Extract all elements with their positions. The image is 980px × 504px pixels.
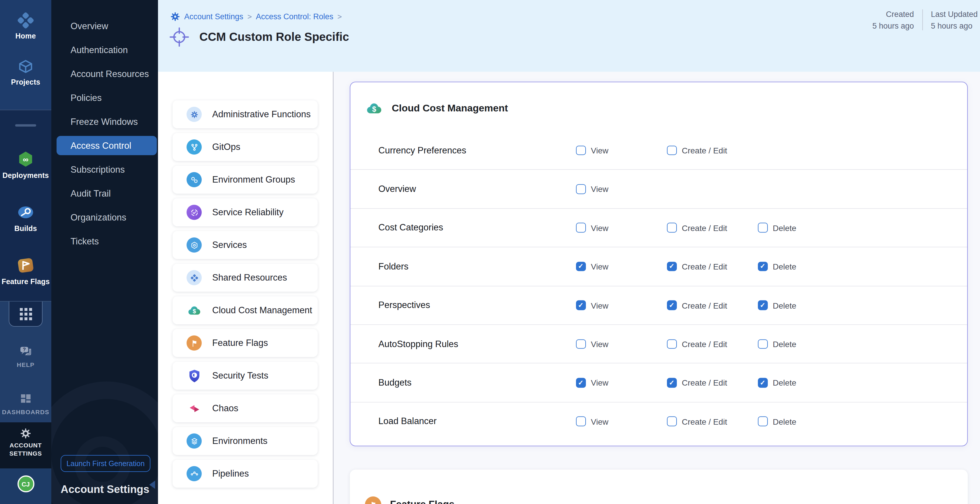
rail-item-dashboards[interactable]: DASHBOARDS: [0, 391, 51, 415]
checkbox-budgets-view[interactable]: [576, 378, 585, 388]
security-tests-icon: [186, 368, 202, 383]
sidebar-item-policies[interactable]: Policies: [51, 86, 158, 110]
module-selector-button[interactable]: [9, 301, 43, 327]
category-card-service-reliability[interactable]: Service Reliability: [173, 198, 318, 226]
home-icon: [17, 12, 34, 29]
checkbox-load-balancer-view[interactable]: [576, 416, 585, 426]
checkbox-autostopping-rules-view[interactable]: [576, 339, 585, 349]
checkbox-perspectives-create-edit[interactable]: [667, 300, 676, 310]
rail-item-builds[interactable]: Builds: [0, 203, 51, 233]
rail-item-deployments[interactable]: ∞Deployments: [0, 150, 51, 179]
rail-account-settings[interactable]: ACCOUNT SETTINGS: [0, 422, 51, 469]
checkbox-budgets-delete[interactable]: [758, 378, 767, 388]
permission-label: View: [591, 223, 608, 233]
permission-cost-categories-delete[interactable]: Delete: [758, 223, 796, 233]
checkbox-autostopping-rules-delete[interactable]: [758, 339, 767, 349]
svg-text:$: $: [372, 105, 376, 113]
checkbox-load-balancer-create-edit[interactable]: [667, 416, 676, 426]
rail-item-label: Builds: [14, 224, 37, 233]
category-card-services[interactable]: Services: [173, 231, 318, 259]
role-target-icon: [169, 27, 189, 47]
checkbox-currency-preferences-view[interactable]: [576, 145, 585, 155]
breadcrumb-access-control-roles[interactable]: Access Control: Roles: [256, 12, 334, 21]
sidebar-item-audit-trail[interactable]: Audit Trail: [51, 182, 158, 205]
launch-first-generation-button[interactable]: Launch First Generation: [60, 455, 150, 472]
checkbox-cost-categories-delete[interactable]: [758, 223, 767, 233]
avatar[interactable]: CJ: [17, 475, 34, 492]
permission-autostopping-rules-create-edit[interactable]: Create / Edit: [667, 339, 727, 349]
checkbox-overview-view[interactable]: [576, 184, 585, 194]
permission-currency-preferences-view[interactable]: View: [576, 145, 608, 155]
permission-cost-categories-view[interactable]: View: [576, 223, 608, 233]
rail-item-home[interactable]: Home: [0, 12, 51, 40]
checkbox-budgets-create-edit[interactable]: [667, 378, 676, 388]
checkbox-perspectives-delete[interactable]: [758, 300, 767, 310]
sidebar-item-subscriptions[interactable]: Subscriptions: [51, 158, 158, 182]
sidebar-item-organizations[interactable]: Organizations: [51, 205, 158, 229]
category-card-pipelines[interactable]: Pipelines: [173, 460, 318, 488]
sidebar-item-authentication[interactable]: Authentication: [51, 38, 158, 62]
sidebar-item-overview[interactable]: Overview: [51, 14, 158, 38]
projects-icon: [17, 58, 34, 75]
permission-overview-view[interactable]: View: [576, 184, 608, 194]
permission-currency-preferences-create-edit[interactable]: Create / Edit: [667, 145, 727, 155]
category-label: Pipelines: [212, 469, 249, 479]
checkbox-folders-view[interactable]: [576, 262, 585, 271]
checkbox-folders-create-edit[interactable]: [667, 262, 676, 271]
permission-load-balancer-delete[interactable]: Delete: [758, 416, 796, 426]
checkbox-folders-delete[interactable]: [758, 262, 767, 271]
category-card-security-tests[interactable]: Security Tests: [173, 362, 318, 390]
permission-perspectives-delete[interactable]: Delete: [758, 300, 796, 310]
permissions-panel-header: $ Cloud Cost Management: [350, 82, 967, 117]
permission-load-balancer-create-edit[interactable]: Create / Edit: [667, 416, 727, 426]
collapse-sidebar-icon[interactable]: [149, 481, 155, 489]
breadcrumb-separator: >: [337, 12, 342, 21]
sidebar-item-account-resources[interactable]: Account Resources: [51, 62, 158, 86]
permission-perspectives-create-edit[interactable]: Create / Edit: [667, 300, 727, 310]
sidebar-item-tickets[interactable]: Tickets: [51, 229, 158, 253]
category-card-cloud-cost-management[interactable]: $Cloud Cost Management: [173, 296, 318, 324]
checkbox-cost-categories-create-edit[interactable]: [667, 223, 676, 233]
category-card-gitops[interactable]: GitOps: [173, 133, 318, 161]
category-card-feature-flags[interactable]: Feature Flags: [173, 329, 318, 357]
permission-row-overview: OverviewView: [350, 170, 967, 209]
category-card-chaos[interactable]: Chaos: [173, 394, 318, 422]
permission-autostopping-rules-view[interactable]: View: [576, 339, 608, 349]
category-label: GitOps: [212, 142, 240, 152]
permission-row-perspectives: PerspectivesViewCreate / EditDelete: [350, 286, 967, 325]
category-card-environments[interactable]: Environments: [173, 427, 318, 455]
permission-folders-create-edit[interactable]: Create / Edit: [667, 262, 727, 271]
checkbox-load-balancer-delete[interactable]: [758, 416, 767, 426]
permission-cost-categories-create-edit[interactable]: Create / Edit: [667, 223, 727, 233]
category-card-shared-resources[interactable]: Shared Resources: [173, 264, 318, 292]
rail-item-help[interactable]: ?HELP: [0, 344, 51, 368]
sidebar-footer: Launch First Generation Account Settings: [51, 370, 158, 504]
permission-budgets-delete[interactable]: Delete: [758, 378, 796, 388]
sidebar-item-access-control[interactable]: Access Control: [57, 136, 157, 155]
breadcrumb-account-settings[interactable]: Account Settings: [184, 12, 243, 21]
permission-budgets-view[interactable]: View: [576, 378, 608, 388]
cloud-cost-management-icon: $: [366, 100, 383, 117]
environments-icon: [186, 434, 202, 448]
permission-folders-delete[interactable]: Delete: [758, 262, 796, 271]
rail-item-feature-flags[interactable]: Feature Flags: [0, 256, 51, 285]
checkbox-currency-preferences-create-edit[interactable]: [667, 145, 676, 155]
permission-budgets-create-edit[interactable]: Create / Edit: [667, 378, 727, 388]
module-grid-icon: [19, 308, 32, 320]
meta-divider: [922, 10, 923, 30]
checkbox-autostopping-rules-create-edit[interactable]: [667, 339, 676, 349]
breadcrumb: Account Settings > Access Control: Roles…: [170, 12, 342, 22]
category-card-administrative-functions[interactable]: Administrative Functions: [173, 100, 318, 128]
permission-folders-view[interactable]: View: [576, 262, 608, 271]
permission-label: Delete: [773, 378, 796, 388]
checkbox-cost-categories-view[interactable]: [576, 223, 585, 233]
permission-perspectives-view[interactable]: View: [576, 300, 608, 310]
rail-item-projects[interactable]: Projects: [0, 58, 51, 86]
permission-load-balancer-view[interactable]: View: [576, 416, 608, 426]
category-card-environment-groups[interactable]: Environment Groups: [173, 166, 318, 194]
permission-row-budgets: BudgetsViewCreate / EditDelete: [350, 364, 967, 402]
permission-autostopping-rules-delete[interactable]: Delete: [758, 339, 796, 349]
checkbox-perspectives-view[interactable]: [576, 300, 585, 310]
sidebar-item-freeze-windows[interactable]: Freeze Windows: [51, 110, 158, 134]
permission-name: Budgets: [379, 377, 412, 388]
